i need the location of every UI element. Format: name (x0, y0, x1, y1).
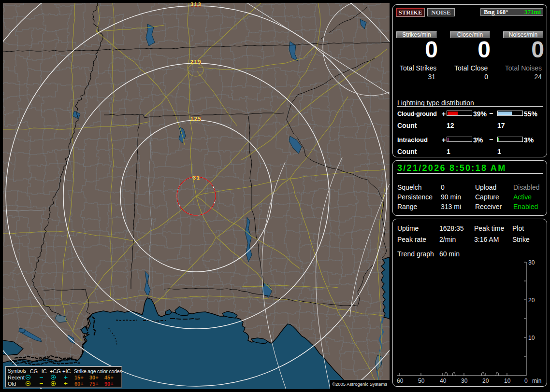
svg-text:0: 0 (524, 378, 528, 384)
svg-text:10: 10 (504, 378, 511, 384)
svg-text:30: 30 (528, 259, 535, 266)
svg-text:10: 10 (528, 335, 535, 341)
svg-text:20: 20 (482, 378, 489, 384)
svg-text:min: min (532, 378, 541, 384)
svg-text:50: 50 (418, 378, 425, 384)
svg-text:20: 20 (528, 297, 535, 304)
svg-text:40: 40 (440, 378, 447, 384)
svg-text:30: 30 (461, 378, 468, 384)
svg-text:60: 60 (397, 378, 404, 384)
